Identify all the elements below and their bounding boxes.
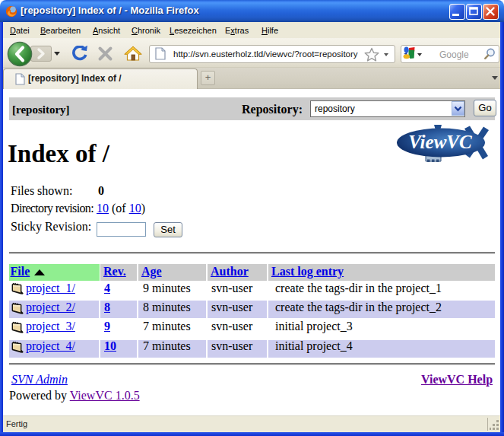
svg-text:ViewVC: ViewVC: [408, 132, 472, 152]
